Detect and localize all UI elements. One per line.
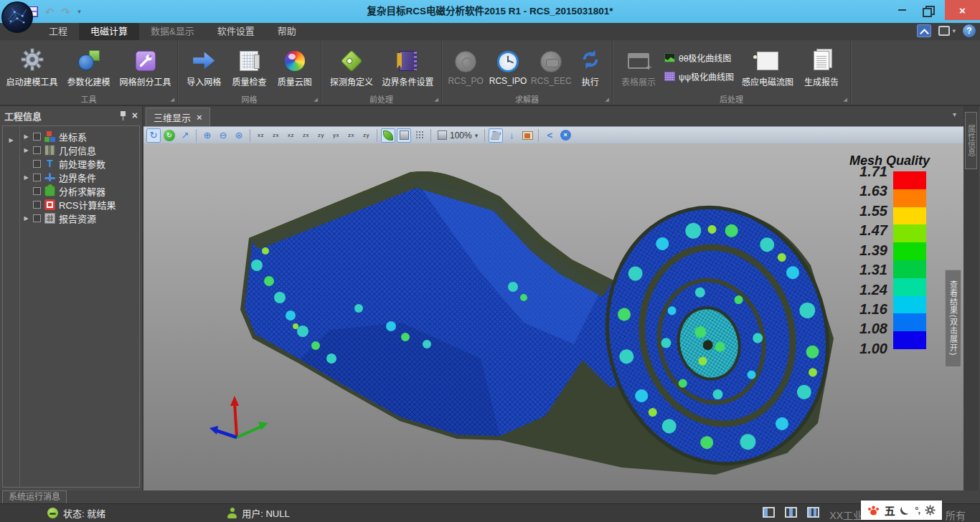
meshing-tool-button[interactable]: 网格剖分工具: [118, 47, 173, 87]
view-zx-button[interactable]: zx: [269, 128, 283, 142]
tree-item-coordinate-system[interactable]: ▶ 坐标系: [20, 130, 139, 143]
legend-color: [893, 242, 926, 260]
share-button[interactable]: <: [542, 128, 557, 143]
tab-list-dropdown-icon[interactable]: ▾: [953, 110, 956, 118]
viewport-3d[interactable]: Mesh Quality: [143, 143, 963, 490]
psi-polar-curve-button[interactable]: ψψ极化曲线图: [661, 69, 737, 85]
quality-cloud-button[interactable]: 质量云图: [273, 47, 316, 87]
checkbox[interactable]: [33, 174, 41, 181]
region-select-button[interactable]: [489, 128, 503, 143]
view-results-collapsed-tab[interactable]: 查看结果(双击展开): [945, 270, 961, 367]
titlebar[interactable]: ↶ ↷ ▾ 复杂目标RCS电磁分析软件2015 R1 - RCS_2015031…: [0, 0, 980, 23]
shaded-view-button[interactable]: [381, 128, 395, 143]
rcs-eec-button[interactable]: RCS_EEC: [531, 48, 572, 86]
minimize-button[interactable]: [887, 0, 916, 20]
dialog-launcher-icon[interactable]: ◢: [314, 97, 318, 103]
checkbox[interactable]: [33, 160, 41, 168]
layout-split-pane-icon[interactable]: [807, 507, 819, 518]
expander-icon[interactable]: ▶: [23, 215, 29, 222]
rcs-ipo-button[interactable]: RCS_IPO: [486, 48, 529, 86]
tab-3d-display[interactable]: 三维显示 ×: [146, 108, 210, 126]
pan-button[interactable]: ↗: [178, 128, 192, 143]
rotate-button[interactable]: ↻: [146, 128, 161, 143]
tree-item-boundary-conditions[interactable]: ▶ 边界条件: [20, 171, 139, 184]
checkbox[interactable]: [33, 214, 41, 222]
panel-close-icon[interactable]: ×: [132, 110, 138, 120]
tab-settings[interactable]: 软件设置: [206, 23, 266, 40]
probe-angle-button[interactable]: 探测角定义: [326, 47, 377, 87]
collapse-ribbon-icon[interactable]: [917, 24, 931, 37]
system-messages-tab[interactable]: 系统运行消息: [2, 490, 67, 503]
boundary-settings-button[interactable]: 边界条件设置: [379, 47, 437, 87]
tab-em-compute[interactable]: 电磁计算: [79, 23, 139, 40]
zoom-in-button[interactable]: ⊕: [200, 128, 215, 143]
dialog-launcher-icon[interactable]: ◢: [844, 97, 847, 103]
window-style-button[interactable]: ▾: [938, 26, 956, 36]
pin-icon[interactable]: [119, 110, 128, 120]
view-iso2-button[interactable]: zy: [359, 128, 373, 142]
ime-toolbar[interactable]: 五 °,: [861, 500, 942, 520]
tab-project[interactable]: 工程: [37, 23, 79, 40]
theta-polar-curve-button[interactable]: θθ极化曲线图: [661, 50, 737, 66]
view-yx-button[interactable]: yx: [329, 128, 343, 142]
generate-report-button[interactable]: 生成报告: [798, 47, 844, 87]
launch-modeling-tool-button[interactable]: 启动建模工具: [4, 47, 60, 87]
app-logo-icon[interactable]: [1, 1, 33, 33]
expander-icon[interactable]: ▶: [23, 133, 29, 140]
surface-view-button[interactable]: [397, 128, 411, 143]
tab-data-display[interactable]: 数据&显示: [139, 23, 206, 40]
ime-paw-icon[interactable]: [867, 505, 880, 516]
zoom-out-button[interactable]: ⊖: [216, 128, 230, 143]
tree-item-geometry-info[interactable]: ▶ 几何信息: [20, 143, 139, 157]
layout-left-pane-icon[interactable]: [763, 507, 775, 518]
ime-settings-gear-icon[interactable]: [925, 505, 936, 516]
tree-item-rcs-results[interactable]: RCS计算结果: [20, 198, 139, 212]
zoom-fit-button[interactable]: ⊛: [232, 128, 246, 143]
rcs-po-button[interactable]: RCS_PO: [446, 48, 485, 86]
checkbox[interactable]: [33, 201, 41, 209]
user-label: 用户: NULL: [242, 506, 289, 520]
layout-center-pane-icon[interactable]: [785, 507, 797, 518]
property-info-tab[interactable]: 属性信息: [965, 112, 977, 169]
close-button[interactable]: ×: [945, 0, 980, 20]
tree-item-preprocess-params[interactable]: T 前处理参数: [20, 157, 139, 171]
rainbow-sphere-icon: [285, 51, 305, 71]
tab-close-icon[interactable]: ×: [197, 112, 202, 123]
view-iso1-button[interactable]: zx: [344, 128, 358, 142]
drop-button[interactable]: ↓: [504, 128, 519, 143]
points-view-button[interactable]: [413, 128, 427, 143]
ime-punct-icon[interactable]: °,: [915, 505, 920, 516]
execute-button[interactable]: 执行: [573, 47, 608, 87]
tree-item-report-resources[interactable]: ▶ 报告资源: [20, 212, 139, 225]
checkbox[interactable]: [33, 133, 41, 141]
import-mesh-button[interactable]: 导入网格: [182, 47, 225, 87]
dialog-launcher-icon[interactable]: ◢: [435, 97, 438, 103]
dialog-launcher-icon[interactable]: ◢: [171, 97, 174, 103]
zoom-level-select[interactable]: 100% ▾: [435, 130, 481, 141]
view-zy-button[interactable]: zy: [314, 128, 328, 142]
ime-fullhalf-icon[interactable]: [900, 506, 910, 515]
table-display-button[interactable]: 表格展示: [617, 47, 660, 87]
parametric-modeling-button[interactable]: 参数化建模: [61, 47, 116, 87]
expander-icon[interactable]: ▶: [23, 174, 29, 181]
clear-button[interactable]: ×: [558, 128, 573, 143]
view-zx2-button[interactable]: zx: [299, 128, 313, 142]
legend-colorbar: [893, 171, 926, 349]
induced-current-map-button[interactable]: 感应电磁流图: [738, 47, 797, 87]
view-xz-button[interactable]: xz: [254, 128, 268, 142]
view-xz2-button[interactable]: xz: [284, 128, 298, 142]
root-expander-icon[interactable]: ▶: [9, 137, 13, 143]
quality-check-button[interactable]: 质量检查: [227, 47, 271, 87]
checkbox[interactable]: [33, 146, 41, 154]
help-icon[interactable]: ?: [963, 24, 976, 37]
checkbox[interactable]: [33, 187, 41, 195]
expander-icon[interactable]: ▶: [23, 147, 29, 153]
tree-item-solver[interactable]: 分析求解器: [20, 184, 139, 198]
capture-button[interactable]: [520, 128, 534, 143]
restore-button[interactable]: [916, 0, 945, 20]
tab-help[interactable]: 帮助: [266, 23, 308, 40]
ime-wubi-mode[interactable]: 五: [885, 503, 895, 518]
orbit-button[interactable]: ↻: [162, 128, 176, 143]
group-label-postprocess: 后处理: [720, 95, 743, 104]
dialog-launcher-icon[interactable]: ◢: [606, 97, 609, 103]
